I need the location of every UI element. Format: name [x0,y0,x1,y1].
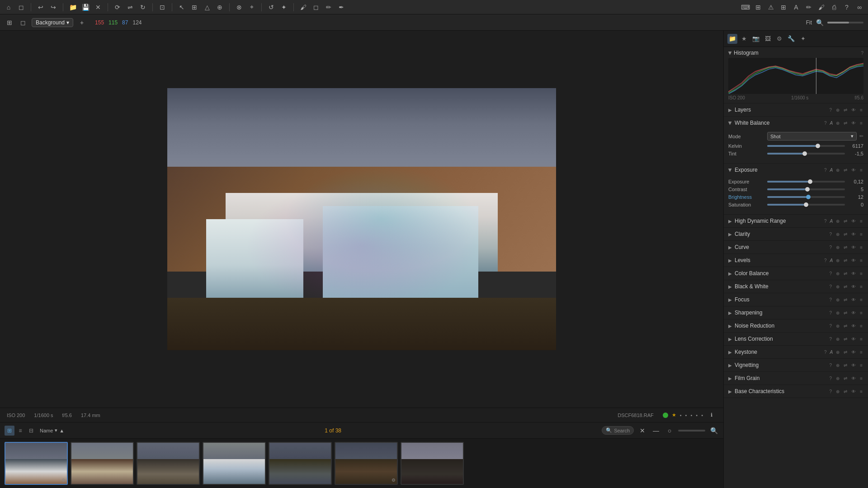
section-header-2[interactable]: ▶ Curve ? ⊕ ⇌ 👁 ≡ [724,241,868,253]
sec-eye-icon[interactable]: 👁 [850,310,857,316]
exp-link-icon[interactable]: ⇌ [843,167,848,173]
size-slider[interactable] [678,430,705,432]
clone-icon[interactable]: ⊗ [234,2,244,12]
wb-menu-icon[interactable]: ≡ [859,120,863,126]
expand-icon[interactable]: 🔍 [709,426,719,436]
section-header-5[interactable]: ▶ Black & White ? ⊕ ⇌ 👁 ≡ [724,280,868,293]
exposure-thumb[interactable] [808,179,812,184]
thumbnail-2[interactable] [71,442,134,485]
sec-link-icon[interactable]: ⇌ [843,231,848,237]
sec-menu-icon[interactable]: ≡ [859,349,863,355]
thumbnail-5[interactable] [269,442,332,485]
square-icon[interactable]: ◻ [18,18,28,28]
sec-link-icon[interactable]: ⇌ [843,284,848,290]
sec-q-icon[interactable]: ? [829,375,833,381]
thumbnail-1[interactable]: ⚙ [5,442,68,485]
wb-eye-icon[interactable]: 👁 [850,120,857,126]
tab-gear[interactable]: ⚙ [774,34,784,44]
contrast-slider[interactable] [767,188,845,190]
redo-icon[interactable]: ↪ [48,2,58,12]
section-header-0[interactable]: ▶ High Dynamic Range ? A ⊕ ⇌ 👁 ≡ [724,215,868,227]
sec-link-icon[interactable]: ⇌ [843,218,848,224]
question-icon[interactable]: ? [842,2,852,12]
eraser-icon[interactable]: ◻ [311,2,321,12]
sec-eye-icon[interactable]: 👁 [850,231,857,237]
layers-header[interactable]: ▶ Layers ? ⊕ ⇌ 👁 ≡ [724,103,868,116]
shape-icon[interactable]: △ [202,2,212,12]
grid-view-icon[interactable]: ⊞ [5,18,14,28]
sec-eye-icon[interactable]: 👁 [850,284,857,290]
sec-q-icon[interactable]: ? [829,389,833,394]
layers-q-icon[interactable]: ? [829,107,833,113]
sec-eye-icon[interactable]: 👁 [850,297,857,303]
sec-menu-icon[interactable]: ≡ [859,284,863,290]
section-header-3[interactable]: ▶ Levels ? A ⊕ ⇌ 👁 ≡ [724,254,868,267]
sec-link-icon[interactable]: ⇌ [843,375,848,381]
brightness-thumb[interactable] [806,195,811,199]
sec-menu-icon[interactable]: ≡ [859,389,863,394]
sec-eye-icon[interactable]: 👁 [850,244,857,250]
sec-menu-icon[interactable]: ≡ [859,244,863,250]
sec-link-icon[interactable]: ⇌ [843,271,848,277]
wb-q-icon[interactable]: ? [823,120,828,126]
sec-q-icon[interactable]: ? [823,218,828,224]
sec-menu-icon[interactable]: ≡ [859,336,863,342]
paint2-icon[interactable]: 🖌 [816,2,826,12]
filter-icon[interactable]: — [651,426,661,436]
sec-eye-icon[interactable]: 👁 [850,389,857,394]
sec-copy-icon[interactable]: ⊕ [835,310,840,316]
brightness-slider[interactable] [767,196,845,198]
sec-q-icon[interactable]: ? [823,258,828,263]
kelvin-slider[interactable] [767,145,845,147]
sec-menu-icon[interactable]: ≡ [859,323,863,329]
sec-q-icon[interactable]: ? [829,231,833,237]
sec-copy-icon[interactable]: ⊕ [835,218,840,224]
wb-copy-icon[interactable]: ⊕ [835,120,840,126]
add-layer-icon[interactable]: + [77,18,87,28]
grid-view-btn[interactable]: ⊞ [5,426,14,436]
layer-selector[interactable]: Background ▾ [32,18,73,27]
sec-eye-icon[interactable]: 👁 [850,218,857,224]
section-header-8[interactable]: ▶ Noise Reduction ? ⊕ ⇌ 👁 ≡ [724,319,868,332]
layers-link-icon[interactable]: ⇌ [843,107,848,113]
sec-q-icon[interactable]: ? [829,244,833,250]
section-header-9[interactable]: ▶ Lens Correction ? ⊕ ⇌ 👁 ≡ [724,333,868,345]
info-icon[interactable]: ℹ [707,410,717,420]
sec-link-icon[interactable]: ⇌ [843,244,848,250]
sec-copy-icon[interactable]: ⊕ [835,336,840,342]
brush-icon[interactable]: 🖌 [298,2,308,12]
section-header-4[interactable]: ▶ Color Balance ? ⊕ ⇌ 👁 ≡ [724,267,868,280]
sec-menu-icon[interactable]: ≡ [859,362,863,368]
saturation-thumb[interactable] [804,202,808,207]
paint-icon[interactable]: ✏ [324,2,334,12]
pencil2-icon[interactable]: ✏ [804,2,814,12]
sec-menu-icon[interactable]: ≡ [859,258,863,263]
sec-q-icon[interactable]: ? [829,310,833,316]
sec-eye-icon[interactable]: 👁 [850,258,857,263]
home-icon[interactable]: ⌂ [4,2,14,12]
star-icon[interactable]: ★ [672,412,676,418]
exposure-header[interactable]: ▶ Exposure ? A ⊕ ⇌ 👁 ≡ [724,164,868,176]
sec-eye-icon[interactable]: 👁 [850,323,857,329]
sec-link-icon[interactable]: ⇌ [843,323,848,329]
list-view-btn[interactable]: ≡ [15,426,25,436]
sec-copy-icon[interactable]: ⊕ [835,297,840,303]
sec-link-icon[interactable]: ⇌ [843,389,848,394]
contrast-thumb[interactable] [805,187,810,192]
tab-star2[interactable]: ✦ [798,34,808,44]
tab-folder[interactable]: 📁 [727,34,737,44]
rotate3-icon[interactable]: ↺ [266,2,276,12]
sec-copy-icon[interactable]: ⊕ [835,258,840,263]
sec-link-icon[interactable]: ⇌ [843,362,848,368]
section-header-10[interactable]: ▶ Keystone ? A ⊕ ⇌ 👁 ≡ [724,346,868,358]
tint-thumb[interactable] [802,151,807,156]
thumbnail-6[interactable]: ⚙ [335,442,398,485]
sec-copy-icon[interactable]: ⊕ [835,349,840,355]
exp-q-icon[interactable]: ? [823,167,828,173]
sec-eye-icon[interactable]: 👁 [850,271,857,277]
sec-menu-icon[interactable]: ≡ [859,271,863,277]
layers-menu-icon[interactable]: ≡ [859,107,863,113]
edit-icon[interactable]: ⌨ [741,2,750,12]
exp-menu-icon[interactable]: ≡ [859,167,863,173]
section-header-11[interactable]: ▶ Vignetting ? ⊕ ⇌ 👁 ≡ [724,359,868,371]
